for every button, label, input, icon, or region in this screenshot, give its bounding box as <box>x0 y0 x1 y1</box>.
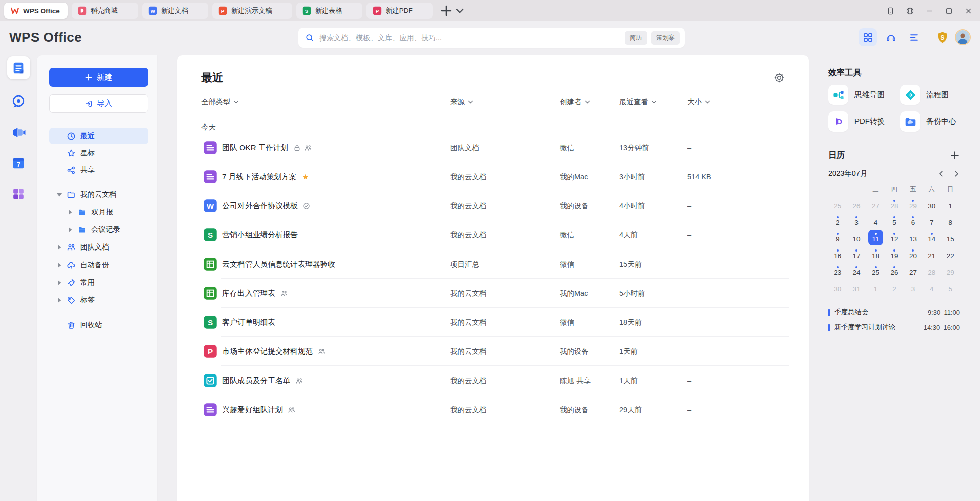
maximize-button[interactable] <box>945 7 953 15</box>
rail-item-calendar-app[interactable]: 7 <box>7 151 30 174</box>
add-event-icon[interactable] <box>950 150 960 160</box>
calendar-event[interactable]: 新季度学习计划讨论14:30–16:00 <box>828 320 960 335</box>
caret-right-icon[interactable] <box>55 279 63 287</box>
close-button[interactable] <box>964 7 973 15</box>
calendar-day[interactable]: 31 <box>847 279 866 296</box>
calendar-day[interactable]: 29 <box>941 263 960 279</box>
tab-active[interactable]: WPS Office <box>4 3 68 19</box>
next-month-icon[interactable] <box>953 170 960 177</box>
caret-right-icon[interactable] <box>55 261 63 269</box>
search-input[interactable] <box>319 34 625 42</box>
caret-right-icon[interactable] <box>66 226 74 234</box>
calendar-day[interactable]: 30 <box>828 279 847 296</box>
settings-gear-icon[interactable] <box>774 72 785 83</box>
nav-tree-item[interactable]: 标签 <box>49 292 148 308</box>
caret-right-icon[interactable] <box>55 296 63 304</box>
file-row[interactable]: P市场主体登记提交材料规范我的云文档我的设备1天前– <box>177 337 809 366</box>
nav-item-trash[interactable]: 回收站 <box>49 317 148 333</box>
calendar-day[interactable]: 15 <box>941 229 960 246</box>
calendar-day[interactable]: 2 <box>828 213 847 229</box>
file-row[interactable]: W公司对外合作协议模板我的云文档我的设备4小时前– <box>177 191 809 220</box>
import-button[interactable]: 导入 <box>49 94 148 113</box>
membership-badge-icon[interactable]: S <box>936 31 949 44</box>
caret-down-icon[interactable] <box>55 191 63 199</box>
calendar-day[interactable]: 27 <box>866 196 885 213</box>
filter-dropdown[interactable]: 来源 <box>450 97 560 107</box>
search-suggestion-tag[interactable]: 策划案 <box>651 31 680 45</box>
file-row[interactable]: 兴趣爱好组队计划我的云文档我的设备29天前– <box>177 395 809 424</box>
menu-button[interactable] <box>905 28 923 46</box>
calendar-day[interactable]: 8 <box>941 213 960 229</box>
caret-right-icon[interactable] <box>66 208 74 216</box>
tool-mindmap[interactable]: 思维导图 <box>828 85 885 105</box>
calendar-day[interactable]: 3 <box>847 213 866 229</box>
calendar-day[interactable]: 26 <box>847 196 866 213</box>
calendar-day[interactable]: 26 <box>885 263 903 279</box>
nav-item[interactable]: 最近 <box>49 128 148 144</box>
calendar-day[interactable]: 1 <box>941 196 960 213</box>
rail-item-apps[interactable] <box>7 182 30 205</box>
tool-backup-center[interactable]: 备份中心 <box>900 111 956 132</box>
calendar-day[interactable]: 29 <box>904 196 922 213</box>
calendar-day[interactable]: 21 <box>922 246 941 263</box>
calendar-day[interactable]: 22 <box>941 246 960 263</box>
calendar-event[interactable]: 季度总结会9:30–11:00 <box>828 305 960 320</box>
tab-item[interactable]: P新建PDF <box>366 3 433 19</box>
nav-tree-item[interactable]: 自动备份 <box>49 257 148 273</box>
avatar[interactable] <box>955 29 971 45</box>
mobile-device-icon[interactable] <box>886 7 895 15</box>
support-button[interactable] <box>882 28 900 46</box>
calendar-day[interactable]: 19 <box>885 246 903 263</box>
calendar-day[interactable]: 16 <box>828 246 847 263</box>
minimize-button[interactable] <box>925 7 934 15</box>
calendar-day[interactable]: 5 <box>941 279 960 296</box>
calendar-day[interactable]: 30 <box>922 196 941 213</box>
nav-tree-item[interactable]: 团队文档 <box>49 239 148 256</box>
search-bar[interactable]: 简历策划案 <box>298 28 685 48</box>
filter-dropdown[interactable]: 创建者 <box>560 97 619 107</box>
calendar-day[interactable]: 18 <box>866 246 885 263</box>
calendar-day[interactable]: 12 <box>885 229 903 246</box>
calendar-day[interactable]: 6 <box>904 213 922 229</box>
file-row[interactable]: 库存出入管理表我的云文档我的Mac5小时前– <box>177 279 809 308</box>
calendar-day[interactable]: 14 <box>922 229 941 246</box>
calendar-day[interactable]: 10 <box>847 229 866 246</box>
calendar-day[interactable]: 20 <box>904 246 922 263</box>
calendar-day[interactable]: 25 <box>866 263 885 279</box>
globe-icon[interactable] <box>906 7 914 15</box>
tab-item[interactable]: W新建文档 <box>142 3 208 19</box>
file-row[interactable]: S客户订单明细表我的云文档微信18天前– <box>177 308 809 337</box>
calendar-day[interactable]: 4 <box>922 279 941 296</box>
file-row[interactable]: 团队 OKR 工作计划团队文档微信13分钟前– <box>177 133 809 162</box>
calendar-day[interactable]: 13 <box>904 229 922 246</box>
nav-tree-item[interactable]: 会议记录 <box>49 221 148 238</box>
calendar-day[interactable]: 28 <box>922 263 941 279</box>
tool-flowchart[interactable]: 流程图 <box>900 85 949 105</box>
calendar-day-selected[interactable]: 11 <box>866 229 885 246</box>
calendar-day[interactable]: 27 <box>904 263 922 279</box>
calendar-day[interactable]: 23 <box>828 263 847 279</box>
file-row[interactable]: S营销小组业绩分析报告我的云文档微信4天前– <box>177 220 809 249</box>
calendar-day[interactable]: 24 <box>847 263 866 279</box>
calendar-day[interactable]: 5 <box>885 213 903 229</box>
tab-item[interactable]: S新建表格 <box>296 3 362 19</box>
calendar-day[interactable]: 28 <box>885 196 903 213</box>
calendar-day[interactable]: 17 <box>847 246 866 263</box>
tab-item[interactable]: P新建演示文稿 <box>212 3 292 19</box>
calendar-day[interactable]: 7 <box>922 213 941 229</box>
filter-dropdown[interactable]: 大小 <box>687 97 789 107</box>
rail-item-meeting[interactable] <box>7 120 30 144</box>
filter-dropdown[interactable]: 最近查看 <box>619 97 687 107</box>
calendar-day[interactable]: 4 <box>866 213 885 229</box>
file-row[interactable]: 7 月线下活动策划方案我的云文档我的Mac3小时前514 KB <box>177 162 809 191</box>
caret-right-icon[interactable] <box>55 243 63 252</box>
new-document-button[interactable]: 新建 <box>49 68 148 87</box>
add-tab-button[interactable] <box>440 4 453 17</box>
calendar-day[interactable]: 9 <box>828 229 847 246</box>
tab-item[interactable]: 稻壳商城 <box>72 3 138 19</box>
calendar-day[interactable]: 25 <box>828 196 847 213</box>
nav-tree-item[interactable]: 常用 <box>49 274 148 291</box>
rail-item-documents[interactable] <box>7 56 30 79</box>
nav-item[interactable]: 星标 <box>49 145 148 161</box>
calendar-day[interactable]: 1 <box>866 279 885 296</box>
